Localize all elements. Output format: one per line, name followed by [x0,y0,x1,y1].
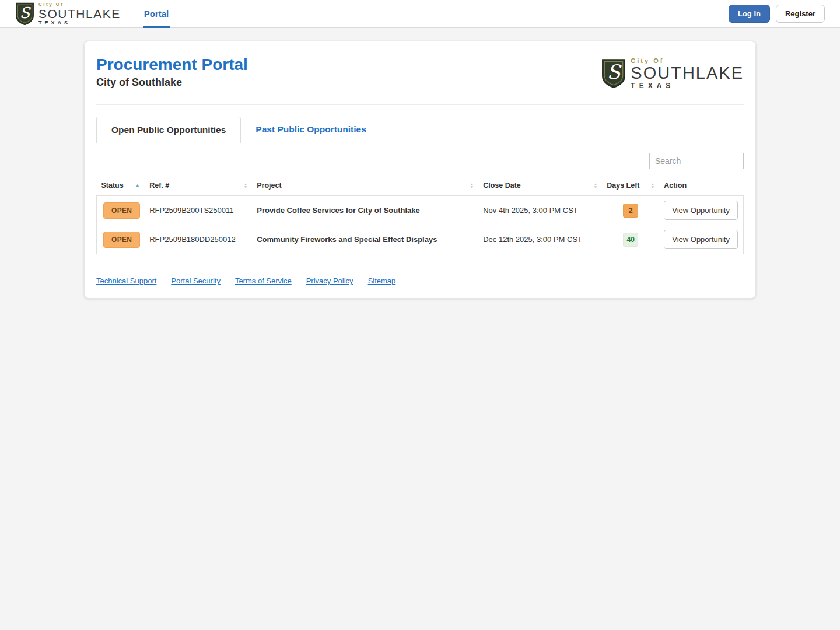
top-navbar: S City Of SOUTHLAKE TEXAS Portal Log In … [0,0,840,28]
view-opportunity-button[interactable]: View Opportunity [664,201,738,220]
link-portal-security[interactable]: Portal Security [171,276,220,285]
view-opportunity-button[interactable]: View Opportunity [664,230,738,249]
southlake-shield-icon: S [15,2,34,26]
column-header-status[interactable]: Status ▲ [97,176,145,196]
days-left-badge: 2 [623,204,638,218]
title-block: Procurement Portal City of Southlake [96,55,248,89]
days-left-badge: 40 [623,233,638,247]
status-badge: OPEN [103,232,140,248]
svg-text:S: S [607,61,622,83]
tab-past-public-opportunities[interactable]: Past Public Opportunities [241,117,380,143]
nav-item-portal[interactable]: Portal [143,0,170,28]
register-button[interactable]: Register [776,5,825,23]
close-date: Dec 12th 2025, 3:00 PM CST [478,225,602,254]
topbar-actions: Log In Register [729,5,825,23]
procurement-portal-card: Procurement Portal City of Southlake S C… [84,41,756,299]
sort-icon: ▲▼ [244,183,247,189]
brand-wordmark: City Of SOUTHLAKE TEXAS [631,58,744,89]
link-terms-of-service[interactable]: Terms of Service [235,276,292,285]
column-header-action: Action [659,176,743,196]
opportunities-tabs: Open Public Opportunities Past Public Op… [96,117,744,144]
close-date: Nov 4th 2025, 3:00 PM CST [478,196,602,225]
link-technical-support[interactable]: Technical Support [96,276,156,285]
search-input[interactable] [649,153,744,169]
table-row: OPEN RFP2509B200TS250011 Provide Coffee … [97,196,744,225]
search-row [96,153,744,169]
page-title: Procurement Portal [96,55,248,74]
project-name: Community Fireworks and Special Effect D… [252,225,478,254]
column-header-ref[interactable]: Ref. # ▲▼ [145,176,252,196]
card-footer-links: Technical Support Portal Security Terms … [96,276,744,285]
brand-name: SOUTHLAKE [38,8,121,20]
tab-open-public-opportunities[interactable]: Open Public Opportunities [96,117,241,144]
sort-ascending-icon: ▲ [135,183,140,188]
brand-wordmark: City Of SOUTHLAKE TEXAS [38,2,121,26]
column-header-close-date[interactable]: Close Date ▲▼ [478,176,602,196]
card-header: Procurement Portal City of Southlake S C… [96,53,744,105]
brand-state: TEXAS [38,20,121,26]
page-subtitle: City of Southlake [96,76,248,89]
opportunities-table: Status ▲ Ref. # ▲▼ Project ▲▼ Close Date… [96,176,744,254]
ref-number: RFP2509B180DD250012 [145,225,252,254]
column-header-project[interactable]: Project ▲▼ [252,176,478,196]
brand-city-of: City Of [38,2,121,7]
project-name: Provide Coffee Services for City of Sout… [252,196,478,225]
login-button[interactable]: Log In [729,5,770,23]
card-brand-logo: S City Of SOUTHLAKE TEXAS [601,58,744,89]
ref-number: RFP2509B200TS250011 [145,196,252,225]
sort-icon: ▲▼ [594,183,597,189]
southlake-shield-icon: S [601,58,626,89]
column-header-days-left[interactable]: Days Left ▲▼ [602,176,659,196]
sort-icon: ▲▼ [651,183,654,189]
status-badge: OPEN [103,202,140,219]
sort-icon: ▲▼ [470,183,474,189]
top-navigation: Portal [143,0,170,28]
table-row: OPEN RFP2509B180DD250012 Community Firew… [97,225,744,254]
navbar-brand-logo[interactable]: S City Of SOUTHLAKE TEXAS [15,2,121,26]
table-header-row: Status ▲ Ref. # ▲▼ Project ▲▼ Close Date… [97,176,744,196]
svg-text:S: S [20,4,32,22]
link-privacy-policy[interactable]: Privacy Policy [306,276,354,285]
brand-state: TEXAS [631,82,744,89]
link-sitemap[interactable]: Sitemap [368,276,396,285]
brand-name: SOUTHLAKE [631,65,744,82]
